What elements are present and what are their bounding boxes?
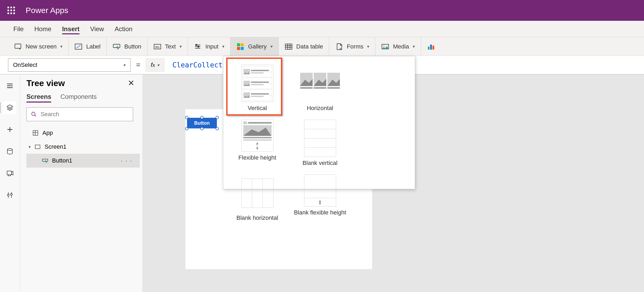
gallery-horizontal[interactable]: Horizontal [289, 63, 351, 118]
blank-vertical-thumb [304, 120, 336, 157]
text-button[interactable]: Abc Text ▾ [148, 37, 188, 56]
input-button[interactable]: Input ▾ [188, 37, 230, 56]
property-dropdown[interactable]: OnSelect ▾ [8, 58, 131, 72]
forms-button[interactable]: Forms ▾ [329, 37, 375, 56]
search-icon [31, 111, 37, 117]
chart-button[interactable] [421, 37, 441, 56]
gallery-icon [236, 43, 244, 51]
button-item-icon [42, 157, 48, 164]
menu-file[interactable]: File [13, 24, 24, 34]
media-icon [381, 43, 389, 51]
tab-screens[interactable]: Screens [26, 93, 51, 103]
tree-view-panel: Tree view ✕ Screens Components App ▾ Scr… [20, 75, 143, 292]
tree-view-rail-button[interactable] [3, 101, 16, 114]
svg-rect-9 [237, 47, 240, 50]
blank-horizontal-thumb [241, 179, 273, 208]
menu-insert[interactable]: Insert [62, 24, 79, 34]
svg-point-19 [8, 175, 9, 176]
gallery-dropdown: › › › Vertical Horizontal ▲│▼ Flexible h… [223, 56, 415, 189]
svg-rect-16 [432, 46, 434, 50]
screen-icon [14, 43, 22, 51]
svg-text:Abc: Abc [155, 46, 160, 48]
resize-handle[interactable] [216, 127, 219, 130]
add-rail-button[interactable] [3, 123, 16, 136]
resize-handle[interactable] [185, 127, 188, 130]
svg-point-17 [7, 149, 13, 151]
menu-view[interactable]: View [90, 24, 104, 34]
hamburger-icon[interactable] [3, 79, 16, 92]
ribbon: New screen ▾ Label Button Abc Text ▾ Inp… [0, 37, 644, 56]
svg-rect-14 [428, 47, 430, 50]
more-icon[interactable]: · · · [121, 157, 132, 164]
fx-button[interactable]: fx ▾ [146, 58, 164, 72]
input-icon [194, 43, 202, 51]
svg-point-20 [10, 175, 10, 176]
horizontal-thumb [300, 73, 340, 97]
chart-icon [427, 43, 435, 51]
tree-item-app[interactable]: App [26, 126, 140, 140]
svg-rect-11 [285, 44, 292, 49]
search-input[interactable] [26, 107, 133, 121]
resize-handle[interactable] [185, 116, 188, 119]
svg-point-5 [196, 44, 197, 46]
equals-sign: = [136, 61, 140, 69]
resize-handle[interactable] [200, 127, 204, 130]
svg-rect-18 [7, 171, 11, 175]
resize-handle[interactable] [216, 116, 219, 119]
table-icon [285, 43, 293, 51]
tree-item-screen1[interactable]: ▾ Screen1 [26, 140, 140, 154]
new-screen-button[interactable]: New screen ▾ [8, 37, 69, 56]
label-icon [74, 43, 82, 51]
svg-rect-7 [237, 43, 240, 46]
data-rail-button[interactable] [3, 145, 16, 158]
chevron-down-icon: ▾ [367, 44, 369, 49]
menu-action[interactable]: Action [115, 24, 133, 34]
app-launcher-icon[interactable] [7, 7, 15, 14]
svg-rect-25 [35, 145, 40, 149]
left-rail [0, 75, 20, 292]
gallery-flexible-height[interactable]: ▲│▼ Flexible height [226, 118, 289, 173]
menu-home[interactable]: Home [34, 24, 51, 34]
svg-rect-10 [241, 47, 244, 50]
close-icon[interactable]: ✕ [128, 78, 134, 88]
svg-rect-8 [241, 43, 244, 46]
gallery-vertical[interactable]: › › › Vertical [226, 63, 289, 118]
selected-button-control[interactable]: Button [187, 118, 217, 128]
tab-components[interactable]: Components [60, 93, 97, 103]
svg-point-13 [383, 45, 385, 47]
chevron-down-icon: ▾ [124, 63, 126, 68]
svg-rect-15 [430, 44, 432, 50]
gallery-button[interactable]: Gallery ▾ [230, 37, 279, 56]
svg-point-6 [198, 46, 199, 47]
button-icon [113, 43, 121, 51]
chevron-down-icon: ▾ [222, 44, 224, 49]
svg-rect-24 [33, 131, 38, 135]
button-button[interactable]: Button [107, 37, 148, 56]
label-button[interactable]: Label [69, 37, 107, 56]
tree-item-button1[interactable]: Button1 · · · [26, 154, 140, 168]
gallery-blank-horizontal[interactable]: Blank horizontal [226, 173, 289, 228]
gallery-blank-flexible-height[interactable]: ▲▼ Blank flexible height [289, 173, 351, 228]
media-button[interactable]: Media ▾ [375, 37, 421, 56]
chevron-down-icon: ▾ [60, 44, 62, 49]
forms-icon [335, 43, 343, 51]
gallery-blank-vertical[interactable]: Blank vertical [289, 118, 351, 173]
screen-icon [34, 144, 41, 150]
flexible-height-thumb: ▲│▼ [241, 120, 273, 152]
search-field[interactable] [41, 111, 129, 118]
chevron-down-icon[interactable]: ▾ [29, 144, 31, 149]
vertical-thumb: › › › [241, 65, 273, 102]
tools-rail-button[interactable] [3, 189, 16, 201]
svg-rect-0 [15, 44, 21, 48]
app-icon [32, 130, 39, 136]
chevron-down-icon: ▾ [413, 44, 415, 49]
media-rail-button[interactable] [3, 167, 16, 180]
tree-view-tabs: Screens Components [26, 93, 140, 103]
blank-flexible-height-thumb: ▲▼ [304, 175, 336, 206]
text-icon: Abc [153, 43, 161, 51]
chevron-down-icon: ▾ [180, 44, 182, 49]
resize-handle[interactable] [200, 116, 204, 119]
chevron-down-icon: ▾ [271, 44, 273, 49]
app-title: Power Apps [26, 6, 68, 15]
data-table-button[interactable]: Data table [279, 37, 329, 56]
